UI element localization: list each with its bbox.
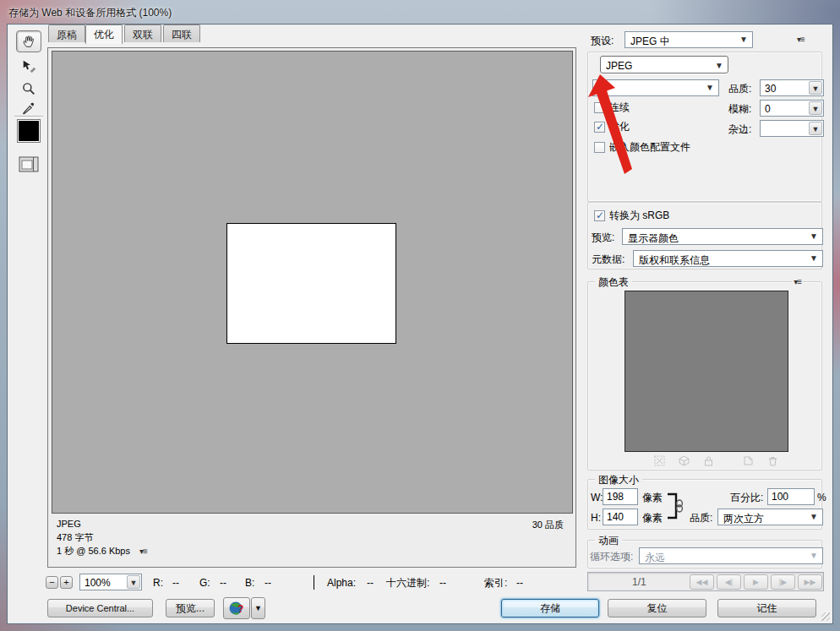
- download-time-text: 1 秒 @ 56.6 Kbps: [57, 546, 130, 556]
- chevron-down-icon[interactable]: ▼: [809, 81, 822, 95]
- chevron-down-icon[interactable]: ▼: [127, 575, 140, 589]
- preset-combo[interactable]: JPEG 中 ▼: [625, 31, 753, 48]
- compression-quality-combo[interactable]: 中 ▼: [592, 79, 719, 96]
- height-input[interactable]: [603, 509, 638, 525]
- hex-value: --: [439, 577, 446, 589]
- percent-label: 百分比:: [730, 492, 763, 503]
- color-table-swatches[interactable]: [625, 291, 788, 452]
- reset-button[interactable]: 复位: [608, 599, 706, 617]
- loop-options-value: 永远: [645, 551, 665, 565]
- status-flyout-menu-icon[interactable]: ▾≡: [139, 547, 147, 556]
- constrain-link-icon[interactable]: [666, 490, 686, 522]
- eyedropper-icon: [21, 101, 36, 117]
- delete-color-icon[interactable]: [767, 455, 778, 466]
- next-frame-button[interactable]: |▶: [771, 574, 795, 590]
- preview-canvas[interactable]: [52, 51, 573, 514]
- zoom-level-combo[interactable]: 100% ▼: [79, 574, 142, 590]
- loop-options-combo[interactable]: 永远 ▼: [639, 547, 823, 564]
- tab-2up[interactable]: 双联: [124, 24, 161, 42]
- magnifier-icon: [21, 81, 36, 96]
- chevron-down-icon: ▼: [810, 551, 818, 560]
- resample-quality-value: 两次立方: [723, 512, 764, 526]
- zoom-tool[interactable]: [16, 78, 41, 100]
- browser-preview-icon-button[interactable]: ?: [223, 597, 250, 619]
- chevron-down-icon[interactable]: ▼: [809, 101, 822, 115]
- window-title: 存储为 Web 和设备所用格式 (100%): [8, 6, 172, 20]
- last-frame-button[interactable]: ▶▶: [798, 574, 822, 590]
- remember-button[interactable]: 记住: [717, 599, 816, 617]
- srgb-checkbox-row[interactable]: 转换为 sRGB: [594, 209, 669, 221]
- zoom-in-button[interactable]: +: [60, 576, 73, 589]
- eyedropper-tool[interactable]: [16, 98, 41, 120]
- snap-to-web-palette-icon[interactable]: [654, 455, 665, 466]
- preview-panel: JPEG 478 字节 1 秒 @ 56.6 Kbps ▾≡ 30 品质: [47, 47, 576, 568]
- tab-label: 四联: [172, 29, 192, 41]
- b-label: B:: [245, 577, 254, 589]
- save-button[interactable]: 存储: [501, 599, 599, 617]
- width-label: W:: [591, 492, 603, 503]
- minus-icon: −: [49, 577, 54, 587]
- web-shift-cube-icon[interactable]: [679, 455, 690, 466]
- width-input[interactable]: [603, 488, 638, 505]
- resample-quality-combo[interactable]: 两次立方 ▼: [717, 509, 823, 525]
- index-value: --: [516, 577, 523, 589]
- optimized-checkbox-row[interactable]: 优化: [594, 121, 630, 133]
- zoom-out-button[interactable]: −: [46, 576, 58, 589]
- resample-quality-label: 品质:: [690, 512, 712, 524]
- browser-preview-dropdown[interactable]: ▼: [251, 597, 265, 619]
- progressive-label: 连续: [609, 101, 630, 113]
- browser-globe-icon: ?: [228, 600, 245, 617]
- eyedropper-color-swatch[interactable]: [18, 120, 40, 142]
- hand-tool[interactable]: [16, 30, 41, 52]
- tab-4up[interactable]: 四联: [163, 24, 200, 42]
- srgb-label: 转换为 sRGB: [609, 209, 669, 221]
- preview-mode-combo[interactable]: 显示器颜色 ▼: [622, 228, 823, 245]
- embed-profile-checkbox-row[interactable]: 嵌入颜色配置文件: [594, 141, 690, 153]
- playback-controls: ◀◀ ◀| ▶ |▶ ▶▶: [690, 574, 822, 590]
- embed-profile-checkbox[interactable]: [594, 142, 605, 153]
- animation-frame-bar: 1/1 ◀◀ ◀| ▶ |▶ ▶▶: [587, 572, 824, 591]
- first-frame-button[interactable]: ◀◀: [690, 574, 714, 590]
- optimized-checkbox[interactable]: [594, 122, 605, 133]
- chevron-down-icon: ▼: [715, 61, 723, 70]
- tab-original[interactable]: 原稿: [48, 24, 85, 42]
- slice-select-tool[interactable]: [16, 55, 41, 77]
- new-color-icon[interactable]: [743, 455, 754, 466]
- metadata-value: 版权和联系信息: [639, 253, 710, 268]
- previous-frame-button[interactable]: ◀|: [717, 574, 741, 590]
- tab-label: 双联: [133, 29, 153, 41]
- quality-spin-combo[interactable]: 30 ▼: [760, 79, 824, 96]
- matte-spin-combo[interactable]: ▼: [760, 120, 824, 137]
- blur-spin-combo[interactable]: 0 ▼: [760, 100, 824, 117]
- preset-label: 预设:: [591, 35, 614, 46]
- device-central-button[interactable]: Device Central...: [47, 599, 153, 617]
- percent-input[interactable]: [767, 488, 815, 505]
- chevron-down-icon[interactable]: ▼: [809, 122, 822, 135]
- optimized-label: 优化: [609, 121, 630, 133]
- tab-label: 优化: [94, 29, 114, 41]
- quality-value: 30: [765, 83, 776, 95]
- resize-grip[interactable]: [821, 612, 830, 621]
- lock-color-icon[interactable]: [703, 455, 714, 466]
- slice-select-icon: [21, 58, 36, 73]
- frame-counter: 1/1: [632, 576, 646, 588]
- color-table-group: 颜色表 ▾≡: [587, 281, 822, 471]
- tab-optimized[interactable]: 优化: [85, 24, 123, 44]
- preview-image[interactable]: [226, 223, 396, 344]
- quality-label: 品质:: [728, 83, 751, 95]
- format-combo[interactable]: JPEG ▼: [600, 56, 728, 73]
- srgb-checkbox[interactable]: [594, 210, 605, 221]
- metadata-combo[interactable]: 版权和联系信息 ▼: [633, 250, 823, 267]
- color-table-title: 颜色表: [595, 275, 632, 290]
- preview-in-browser-button[interactable]: 预览...: [166, 599, 215, 617]
- animation-title: 动画: [595, 534, 622, 548]
- remember-label: 记住: [757, 602, 777, 614]
- preset-flyout-menu-icon[interactable]: ▾≡: [797, 35, 805, 44]
- blur-label: 模糊:: [728, 103, 751, 115]
- progressive-checkbox-row[interactable]: 连续: [594, 101, 630, 113]
- progressive-checkbox[interactable]: [594, 102, 605, 113]
- play-button[interactable]: ▶: [744, 574, 768, 590]
- color-table-flyout-menu-icon[interactable]: ▾≡: [792, 277, 803, 286]
- percent-unit: %: [817, 492, 826, 503]
- toggle-slices-visibility-button[interactable]: [16, 153, 41, 175]
